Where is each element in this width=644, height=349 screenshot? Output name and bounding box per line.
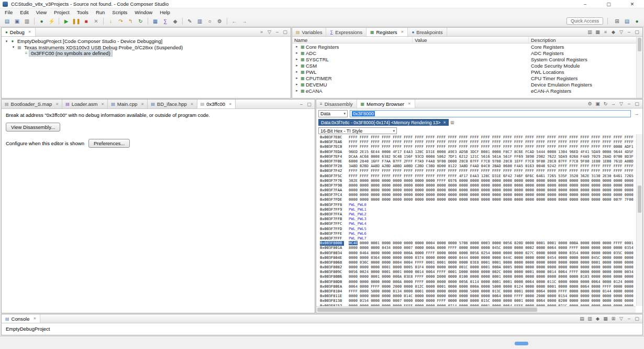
chevron-right-icon[interactable]: ▸ xyxy=(294,82,299,86)
maximize-icon[interactable]: ▢ xyxy=(633,316,641,321)
tab-console[interactable]: ▤ Console ✕ xyxy=(2,314,40,323)
step-return-icon[interactable]: ↰ xyxy=(126,17,135,25)
editor-tab-0x3ffc00[interactable]: ▤0x3ffc00✕ xyxy=(197,100,236,108)
chevron-right-icon[interactable]: ▸ xyxy=(294,57,299,61)
menu-edit[interactable]: Edit xyxy=(16,9,32,15)
register-row[interactable]: ▸▦PWLPWL Locations xyxy=(292,69,642,75)
suspend-icon[interactable]: ❚❚ xyxy=(72,17,81,25)
display-console-icon[interactable]: ▦ xyxy=(602,316,609,321)
search-icon[interactable]: ○ xyxy=(205,17,214,25)
memory-rendering-tab[interactable]: Data:0x3f7e8c - 0x3F8000(-0x174) <Memory… xyxy=(318,119,449,126)
memory-row[interactable]: 0x003F7FF8PWL_PWL0 xyxy=(317,203,636,208)
close-icon[interactable]: ✕ xyxy=(101,102,104,106)
back-icon[interactable]: ← xyxy=(230,17,239,25)
close-icon[interactable]: ✕ xyxy=(191,102,194,106)
register-row[interactable]: ▸▦ADCADC Registers xyxy=(292,50,642,56)
chevron-right-icon[interactable]: ▸ xyxy=(294,70,299,74)
print-icon[interactable]: ▥ xyxy=(23,17,31,25)
editor-tab-loader-asm[interactable]: ▤Loader.asm✕ xyxy=(62,100,108,108)
editor-tab-bootloader-s-map[interactable]: ▤Bootloader_S.map✕ xyxy=(2,100,62,108)
export-icon[interactable]: → xyxy=(609,101,617,106)
ccs-edit-perspective-icon[interactable]: ▤ xyxy=(623,17,631,25)
restart-icon[interactable]: ↻ xyxy=(136,17,145,25)
minimize-button[interactable]: – xyxy=(573,0,597,8)
tab-disassembly[interactable]: ≡Disassembly xyxy=(316,100,357,108)
pin-console-icon[interactable]: ◆ xyxy=(594,316,602,321)
tab-expressions[interactable]: ∑Expressions xyxy=(326,28,366,36)
save-icon[interactable]: ▣ xyxy=(13,17,21,25)
debug-icon[interactable]: ● xyxy=(37,17,46,25)
debug-tree-item[interactable]: ≡0x3FFC00 (no symbols are defined) xyxy=(2,50,291,57)
clear-console-icon[interactable]: ▤ xyxy=(578,316,586,321)
memory-row[interactable]: 0x003F7FFBPWL_PWL3 xyxy=(317,217,636,222)
memory-row[interactable]: 0x003F811E0000 0000 0000 0000 0000 014C … xyxy=(317,294,636,299)
pin-icon[interactable]: ◆ xyxy=(609,29,617,35)
close-icon[interactable]: ✕ xyxy=(401,30,404,34)
memory-vertical-scrollbar[interactable] xyxy=(636,134,642,306)
memory-horizontal-scrollbar[interactable] xyxy=(316,306,636,313)
close-icon[interactable]: ✕ xyxy=(55,102,59,106)
memory-row[interactable]: 0x003F7FF9PWL_PWL1 xyxy=(317,208,636,212)
register-row[interactable]: ▸▦eCANAeCAN-A Registers xyxy=(292,88,642,94)
chevron-right-icon[interactable]: ▸ xyxy=(294,51,299,55)
memory-row[interactable]: 0x003F7FFCPWL_PWL4 xyxy=(317,222,636,226)
tree-expander-icon[interactable]: ▾ xyxy=(4,39,9,43)
disconnect-icon[interactable]: ✕ xyxy=(92,17,101,25)
save-memory-icon[interactable]: ▣ xyxy=(594,101,602,106)
memory-row[interactable]: 0x003F7EF4DCAA AC68 0008 6382 9C4B 156F … xyxy=(317,155,636,159)
memory-row[interactable]: 0x003F80000C4E 0000 0001 0000 0000 0000 … xyxy=(317,241,636,246)
memory-row[interactable]: 0x003F7EC0FFFF FFFF FFFF FFFF FFFF FFFF … xyxy=(317,145,636,149)
layout-icon[interactable]: ▦ xyxy=(594,29,602,35)
memory-row[interactable]: 0x003F80B60000 0000 0001 0000 000A 03E8 … xyxy=(317,275,636,279)
close-icon[interactable]: ✕ xyxy=(443,121,446,125)
scrollbar-thumb[interactable] xyxy=(638,38,641,51)
registers-scrollbar[interactable] xyxy=(636,37,642,98)
chevron-right-icon[interactable]: ▸ xyxy=(294,76,299,80)
tab-registers[interactable]: ▦Registers✕ xyxy=(367,28,408,36)
chevron-right-icon[interactable]: ▸ xyxy=(294,45,299,49)
memory-row[interactable]: 0x003F7FFEPWL_PWL6 xyxy=(317,232,636,236)
menu-tools[interactable]: Tools xyxy=(73,9,92,15)
memory-row[interactable]: 0x003F7FFAPWL_PWL2 xyxy=(317,212,636,217)
scrollbar-thumb[interactable] xyxy=(317,308,537,312)
memory-row[interactable]: 0x003F7E8CFFFF FFFF FFFF FFFF FFFF FFFF … xyxy=(317,135,636,140)
memory-address-input[interactable]: 0x3F8000 xyxy=(350,110,631,117)
add-rendering-icon[interactable]: ⊞ xyxy=(450,120,454,125)
memory-row[interactable]: 0x003F804E0000 0000 0364 0000 0000 0000 … xyxy=(317,256,636,260)
memory-row[interactable]: 0x003F7FAA0000 0000 0000 0000 0000 0000 … xyxy=(317,188,636,193)
memory-row[interactable]: 0x003F7FFFPWL_PWL7 xyxy=(317,236,636,241)
column-name[interactable]: Name xyxy=(292,37,413,43)
view-menu-icon[interactable]: ▽ xyxy=(617,101,625,106)
open-perspective-icon[interactable]: ⊞ xyxy=(613,17,621,25)
maximize-icon[interactable]: ▢ xyxy=(633,101,641,106)
forward-icon[interactable]: → xyxy=(240,17,249,25)
view-menu-icon[interactable]: ▽ xyxy=(617,316,625,321)
preferences-button[interactable]: Preferences... xyxy=(88,139,130,148)
memory-row[interactable]: 0x003F7F900000 0000 0000 0000 0000 0000 … xyxy=(317,183,636,188)
debug-tree-item[interactable]: ▾●EmptyDebugProject [Code Composer Studi… xyxy=(2,38,291,45)
tab-breakpoints[interactable]: ●Breakpoints xyxy=(408,28,447,36)
pin-icon[interactable]: ◆ xyxy=(171,17,180,25)
column-description[interactable]: Description xyxy=(529,37,642,43)
more-toolbar-icon[interactable]: » xyxy=(258,29,265,35)
memory-row[interactable]: 0x003F7FDE0000 0000 0000 0000 0000 0000 … xyxy=(317,198,636,202)
scrollbar-thumb[interactable] xyxy=(638,186,641,213)
column-value[interactable]: Value xyxy=(413,37,529,43)
editor-tab-main-cpp[interactable]: ▤Main.cpp✕ xyxy=(108,100,148,108)
tab-memory-browser[interactable]: ▦Memory Browser✕ xyxy=(357,100,415,108)
close-icon[interactable]: ✕ xyxy=(28,30,31,34)
gear-icon[interactable]: ⚙ xyxy=(586,101,594,106)
memory-row[interactable]: 0x003F8104FFFF 0000 5000 0000 0134 0000 … xyxy=(317,289,636,294)
memory-row[interactable]: 0x003F809C0056 0024 0000 0001 0001 0000 … xyxy=(317,270,636,275)
tab-variables[interactable]: ▤Variables xyxy=(292,28,326,36)
go-icon[interactable]: → xyxy=(633,111,640,116)
step-over-icon[interactable]: ↷ xyxy=(116,17,125,25)
minimize-icon[interactable]: – xyxy=(625,316,633,321)
close-icon[interactable]: ✕ xyxy=(229,102,232,106)
maximize-button[interactable]: ▢ xyxy=(597,0,620,8)
flash-icon[interactable]: ⚡ xyxy=(47,17,56,25)
memory-row[interactable]: 0x003F80340000 0464 0000 0000 0000 000A … xyxy=(317,251,636,256)
tab-debug[interactable]: ● Debug ✕ xyxy=(2,28,36,36)
memory-row[interactable]: 0x003F7F76302E 0000 0000 0000 0000 0000 … xyxy=(317,179,636,183)
view-menu-icon[interactable]: ▽ xyxy=(617,29,625,35)
